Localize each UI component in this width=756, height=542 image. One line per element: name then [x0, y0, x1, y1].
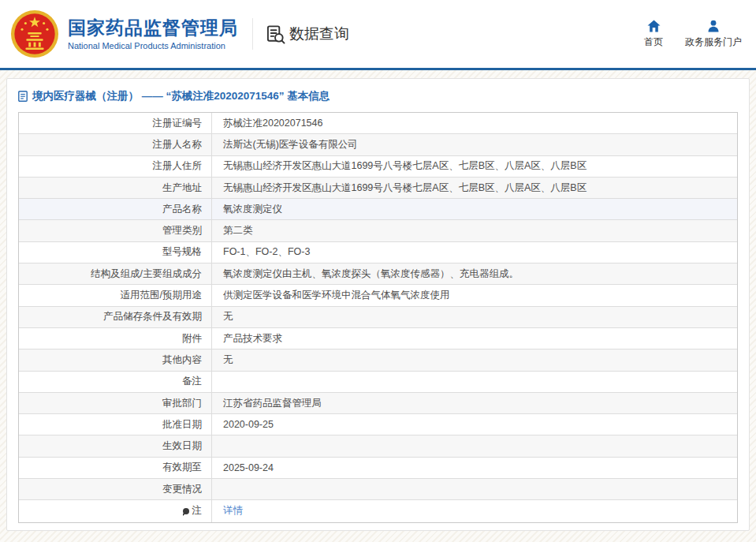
info-panel: 境内医疗器械（注册） —— “苏械注准20202071546” 基本信息 注册证…: [6, 78, 750, 531]
row-value: 无: [212, 307, 737, 327]
home-icon: [647, 20, 661, 32]
national-emblem-logo[interactable]: [10, 9, 59, 58]
row-label: 结构及组成/主要组成成分: [19, 264, 212, 284]
table-row: 其他内容无: [19, 349, 737, 371]
row-label: 管理类别: [19, 220, 212, 241]
table-row: 注详情: [19, 500, 737, 521]
table-row: 结构及组成/主要组成成分氧浓度测定仪由主机、氧浓度探头（氧浓度传感器）、充电器组…: [19, 264, 737, 285]
content-area: 境内医疗器械（注册） —— “苏械注准20202071546” 基本信息 注册证…: [0, 70, 756, 542]
user-icon: [707, 20, 720, 32]
row-value: [212, 479, 737, 499]
table-row: 生产地址无锡惠山经济开发区惠山大道1699号八号楼七层A区、七层B区、八层A区、…: [19, 178, 737, 199]
row-label: 批准日期: [19, 414, 212, 435]
row-value: 供测定医学设备和医学环境中混合气体氧气浓度使用: [212, 285, 737, 305]
row-label: 备注: [19, 372, 212, 392]
detail-table: 注册证编号苏械注准20202071546注册人名称法斯达(无锡)医学设备有限公司…: [18, 112, 738, 523]
row-value: 苏械注准20202071546: [212, 113, 737, 133]
row-value: 无: [212, 349, 737, 370]
site-header: 国家药品监督管理局 National Medical Products Admi…: [0, 0, 756, 68]
row-label: 注: [19, 500, 212, 521]
row-value: 产品技术要求: [212, 328, 737, 349]
detail-link[interactable]: 详情: [223, 504, 243, 518]
row-value: 法斯达(无锡)医学设备有限公司: [212, 134, 737, 155]
document-icon: [18, 91, 28, 102]
brand-subtitle: National Medical Products Administration: [68, 41, 238, 50]
table-row: 备注: [19, 372, 737, 393]
nav-service-portal-label: 政务服务门户: [685, 36, 742, 49]
table-row: 审批部门江苏省药品监督管理局: [19, 393, 737, 414]
brand-block[interactable]: 国家药品监督管理局 National Medical Products Admi…: [68, 17, 238, 50]
row-label: 审批部门: [19, 393, 212, 413]
header-divider: [252, 18, 253, 50]
table-row: 附件产品技术要求: [19, 328, 737, 349]
table-row: 有效期至2025-09-24: [19, 458, 737, 479]
row-label: 产品储存条件及有效期: [19, 307, 212, 327]
row-value: 无锡惠山经济开发区惠山大道1699号八号楼七层A区、七层B区、八层A区、八层B区: [212, 156, 737, 177]
row-value: 无锡惠山经济开发区惠山大道1699号八号楼七层A区、七层B区、八层A区、八层B区: [212, 178, 737, 198]
row-value: [212, 435, 737, 456]
table-row: 适用范围/预期用途供测定医学设备和医学环境中混合气体氧气浓度使用: [19, 285, 737, 306]
table-row: 产品名称氧浓度测定仪: [19, 199, 737, 220]
nav-home-label: 首页: [644, 36, 663, 49]
nav-service-portal[interactable]: 政务服务门户: [685, 20, 742, 49]
row-label: 生产地址: [19, 178, 212, 198]
row-label: 注册证编号: [19, 113, 212, 133]
nav-home[interactable]: 首页: [644, 20, 663, 49]
row-label: 适用范围/预期用途: [19, 285, 212, 305]
row-value: 氧浓度测定仪由主机、氧浓度探头（氧浓度传感器）、充电器组成。: [212, 264, 737, 284]
data-query-section[interactable]: 数据查询: [266, 24, 349, 44]
table-row: 管理类别第二类: [19, 220, 737, 241]
row-label: 附件: [19, 328, 212, 349]
breadcrumb: 境内医疗器械（注册） —— “苏械注准20202071546” 基本信息: [7, 79, 749, 110]
table-row: 生效日期: [19, 435, 737, 457]
row-value: 江苏省药品监督管理局: [212, 393, 737, 413]
row-label: 有效期至: [19, 458, 212, 478]
row-value: 详情: [212, 500, 737, 521]
row-label: 其他内容: [19, 349, 212, 370]
brand-title: 国家药品监督管理局: [68, 17, 238, 38]
table-row: 注册人住所无锡惠山经济开发区惠山大道1699号八号楼七层A区、七层B区、八层A区…: [19, 156, 737, 178]
data-query-label: 数据查询: [289, 24, 349, 44]
table-row: 产品储存条件及有效期无: [19, 307, 737, 328]
row-value: 2020-09-25: [212, 414, 737, 435]
row-label: 变更情况: [19, 479, 212, 499]
row-label: 生效日期: [19, 435, 212, 456]
table-row: 注册人名称法斯达(无锡)医学设备有限公司: [19, 134, 737, 155]
row-label: 注册人名称: [19, 134, 212, 155]
doc-search-icon: [266, 24, 285, 44]
row-label: 型号规格: [19, 242, 212, 263]
note-pin-icon: [183, 508, 189, 514]
table-row: 型号规格FO-1、FO-2、FO-3: [19, 242, 737, 264]
row-value: FO-1、FO-2、FO-3: [212, 242, 737, 263]
page-title: 境内医疗器械（注册） —— “苏械注准20202071546” 基本信息: [32, 89, 330, 103]
table-row: 注册证编号苏械注准20202071546: [19, 113, 737, 134]
row-value: 2025-09-24: [212, 458, 737, 478]
table-row: 变更情况: [19, 479, 737, 500]
header-nav: 首页 政务服务门户: [644, 20, 742, 49]
row-label: 产品名称: [19, 199, 212, 219]
table-row: 批准日期2020-09-25: [19, 414, 737, 435]
row-label: 注册人住所: [19, 156, 212, 177]
row-value: 第二类: [212, 220, 737, 241]
row-value: [212, 372, 737, 392]
row-value: 氧浓度测定仪: [212, 199, 737, 219]
